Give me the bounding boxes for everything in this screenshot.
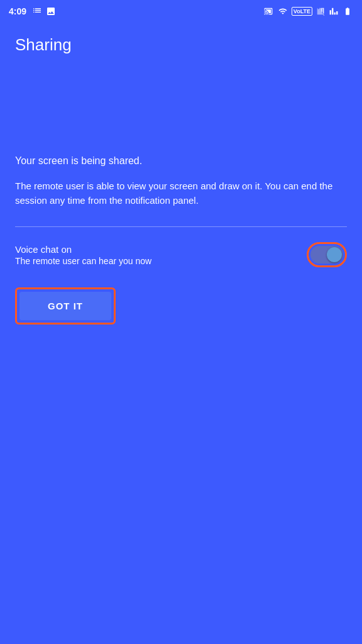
volte-icon: VoLTE [292, 7, 312, 16]
status-bar: 4:09 VoLTE [0, 0, 362, 23]
voice-chat-sublabel: The remote user can hear you now [15, 256, 151, 266]
voice-chat-toggle-container[interactable] [307, 242, 347, 267]
toggle-knob [327, 247, 342, 262]
description-text: The remote user is able to view your scr… [15, 179, 347, 208]
voice-chat-toggle[interactable] [310, 246, 343, 264]
signal-bars-icon [329, 7, 339, 16]
voice-chat-text-group: Voice chat on The remote user can hear y… [15, 244, 151, 266]
got-it-button-container[interactable]: GOT IT [15, 287, 116, 325]
status-icons-left [31, 6, 57, 16]
status-bar-left: 4:09 [9, 6, 57, 16]
battery-icon [342, 7, 353, 16]
signal-icon [315, 7, 326, 16]
main-content: Sharing Your screen is being shared. The… [0, 23, 362, 337]
status-time: 4:09 [9, 6, 26, 16]
voice-chat-label: Voice chat on [15, 244, 151, 255]
status-bar-right: VoLTE [263, 7, 353, 16]
screen-shared-text: Your screen is being shared. [15, 155, 347, 167]
cast-icon [263, 7, 274, 16]
wifi-icon [277, 7, 288, 16]
gallery-icon [45, 6, 57, 16]
voice-chat-row: Voice chat on The remote user can hear y… [15, 242, 347, 267]
page-title: Sharing [15, 35, 347, 55]
divider [15, 226, 347, 227]
contacts-icon [31, 6, 43, 16]
got-it-button[interactable]: GOT IT [19, 292, 111, 320]
